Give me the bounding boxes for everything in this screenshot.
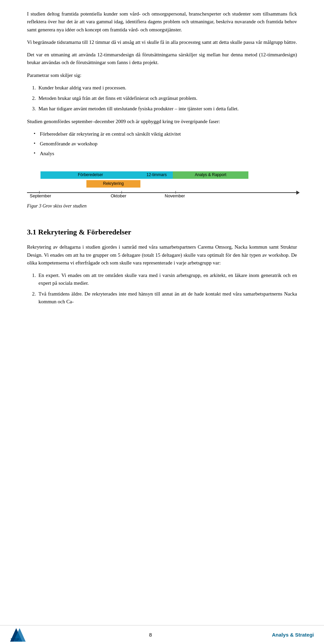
list-item: Två framtidens äldre. De rekryterades in… [37,290,297,306]
paragraph-parametrar: Parametrar som skiljer sig: [27,72,297,79]
list-item: Metoden brukar utgå från att det finns e… [37,94,297,102]
footer-right-text: Analys & Strategi [272,631,314,639]
label-oktober: Oktober [111,193,126,199]
list-item: Analys [34,150,297,158]
bar-analys: Analys & Rapport [173,171,248,179]
list-item: Man har tidigare använt metoden till ute… [37,105,297,113]
timeline-chart: Förberedelser Rekrytering 12-timmars Ana… [27,169,297,200]
figure-container: Förberedelser Rekrytering 12-timmars Ana… [27,166,297,215]
svg-text:WSP: WSP [11,638,19,642]
bar-rekrytering: Rekrytering [86,180,140,188]
list-item: Förberedelser där rekrytering är en cent… [34,130,297,138]
list-item: Genomförande av workshop [34,140,297,148]
section-31: 3.1 Rekrytering & Förberedelser Rekryter… [27,226,297,306]
section-31-heading: 3.1 Rekrytering & Förberedelser [27,226,297,238]
numbered-list-2: En expert. Vi enades om att tre områden … [37,272,297,306]
paragraph-rekrytering: Rekrytering av deltagarna i studien gjor… [27,243,297,267]
paragraph-tidsramar: Vi begränsade tidsramarna till 12 timmar… [27,38,297,46]
timeline-axis [27,192,297,193]
figure-caption: Figur 3 Grov skiss över studien [27,202,297,210]
numbered-list-1: Kunder brukar aldrig vara med i processe… [37,84,297,113]
list-item: En expert. Vi enades om att tre områden … [37,272,297,287]
label-september: September [30,193,51,199]
bar-12timmars: 12-timmars [140,171,173,179]
section-number: 3.1 [27,228,36,236]
wsp-logo-icon: WSP [10,628,29,642]
footer-page-number: 8 [149,631,152,639]
section-title: Rekrytering & Förberedelser [38,228,131,236]
list-item: Kunder brukar aldrig vara med i processe… [37,84,297,92]
paragraph-study: Studien genomfördes september–december 2… [27,118,297,125]
paragraph-intro: I studien deltog framtida potentiella ku… [27,10,297,34]
paragraph-utmaning: Det var en utmaning att använda 12-timma… [27,51,297,67]
label-november: November [165,193,185,199]
bar-forberedelser: Förberedelser [40,171,140,179]
footer-logo: WSP [10,628,29,642]
page-footer: WSP 8 Analys & Strategi [0,625,324,644]
bullet-list: Förberedelser där rekrytering är en cent… [34,130,297,158]
main-content: I studien deltog framtida potentiella ku… [27,10,297,306]
